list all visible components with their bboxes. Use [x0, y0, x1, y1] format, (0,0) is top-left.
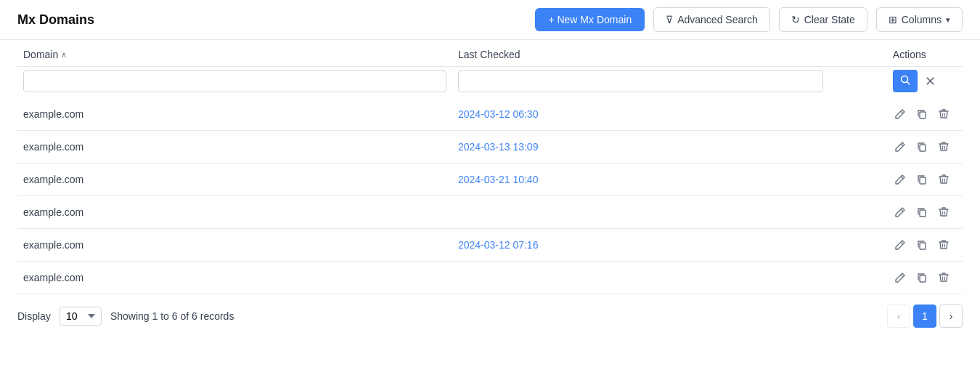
copy-button[interactable]: [915, 172, 929, 187]
delete-button[interactable]: [936, 238, 951, 252]
records-start: 1: [152, 310, 158, 322]
table-header-row: Domain ∧ Last Checked Actions: [17, 40, 963, 67]
delete-button[interactable]: [936, 172, 951, 187]
table-row: example.com2024-03-21 10:40: [17, 164, 963, 196]
page-title: Mx Domains: [17, 12, 526, 28]
svg-rect-3: [920, 112, 926, 118]
domain-filter-cell: [17, 67, 452, 99]
svg-line-6: [901, 144, 903, 146]
pagination: ‹ 1 ›: [887, 305, 963, 328]
domain-cell: example.com: [17, 229, 452, 262]
refresh-icon: ↻: [791, 14, 800, 25]
last-checked-cell: [452, 196, 887, 229]
table-row: example.com2024-03-12 07:16: [17, 229, 963, 262]
filter-icon: ⊽: [666, 14, 673, 25]
svg-line-2: [901, 111, 903, 113]
table-row: example.com: [17, 262, 963, 294]
actions-cell: [887, 131, 963, 164]
timestamp-link[interactable]: 2024-03-12 07:16: [458, 239, 539, 251]
actions-cell: [887, 262, 963, 294]
timestamp-link[interactable]: 2024-03-13 13:09: [458, 141, 539, 153]
table-row: example.com: [17, 196, 963, 229]
edit-button[interactable]: [893, 238, 907, 252]
svg-line-22: [901, 275, 903, 277]
domain-cell: example.com: [17, 98, 452, 131]
edit-button[interactable]: [893, 107, 907, 121]
svg-line-10: [901, 177, 903, 179]
actions-cell: [887, 98, 963, 131]
actions-cell: [887, 164, 963, 196]
next-page-button[interactable]: ›: [939, 305, 963, 328]
edit-button[interactable]: [893, 140, 907, 154]
copy-button[interactable]: [915, 107, 929, 121]
delete-button[interactable]: [936, 205, 951, 219]
column-header-last-checked[interactable]: Last Checked: [452, 40, 887, 67]
domain-filter-input[interactable]: [23, 70, 446, 92]
prev-page-button[interactable]: ‹: [887, 305, 910, 328]
svg-line-18: [901, 242, 903, 244]
table-filter-row: ✕: [17, 67, 963, 99]
delete-button[interactable]: [936, 270, 951, 285]
records-total: 6: [192, 310, 197, 322]
domain-cell: example.com: [17, 164, 452, 196]
last-checked-cell: [452, 262, 887, 294]
display-label: Display: [17, 310, 51, 322]
svg-rect-23: [920, 275, 926, 282]
grid-icon: ⊞: [889, 14, 897, 25]
svg-rect-15: [920, 210, 926, 217]
records-end: 6: [172, 310, 178, 322]
actions-cell: [887, 196, 963, 229]
page-size-select[interactable]: 10 25 50 100: [60, 307, 102, 326]
last-checked-cell: 2024-03-12 07:16: [452, 229, 887, 262]
clear-state-button[interactable]: ↻ Clear State: [779, 7, 867, 32]
domain-cell: example.com: [17, 262, 452, 294]
timestamp-link[interactable]: 2024-03-21 10:40: [458, 174, 539, 185]
table-container: Domain ∧ Last Checked Actions: [0, 40, 980, 294]
advanced-search-button[interactable]: ⊽ Advanced Search: [653, 7, 770, 32]
last-checked-filter-input[interactable]: [458, 70, 823, 92]
last-checked-cell: 2024-03-12 06:30: [452, 98, 887, 131]
copy-button[interactable]: [915, 205, 929, 219]
edit-button[interactable]: [893, 205, 907, 219]
new-domain-button[interactable]: + New Mx Domain: [535, 8, 645, 31]
svg-rect-11: [920, 177, 926, 184]
domain-cell: example.com: [17, 131, 452, 164]
last-checked-cell: 2024-03-13 13:09: [452, 131, 887, 164]
column-header-actions: Actions: [887, 40, 963, 67]
search-icon: [900, 75, 910, 87]
last-checked-filter-cell: [452, 67, 887, 99]
edit-button[interactable]: [893, 172, 907, 187]
columns-button[interactable]: ⊞ Columns ▾: [876, 7, 963, 32]
timestamp-link[interactable]: 2024-03-12 06:30: [458, 108, 539, 120]
svg-line-14: [901, 209, 903, 211]
domain-cell: example.com: [17, 196, 452, 229]
column-header-domain[interactable]: Domain ∧: [17, 40, 452, 67]
mx-domains-table: Domain ∧ Last Checked Actions: [17, 40, 963, 294]
svg-line-1: [907, 82, 910, 85]
copy-button[interactable]: [915, 140, 929, 154]
filter-search-button[interactable]: [893, 70, 918, 92]
table-row: example.com2024-03-12 06:30: [17, 98, 963, 131]
delete-button[interactable]: [936, 140, 951, 154]
copy-button[interactable]: [915, 270, 929, 285]
filter-action-cell: ✕: [887, 67, 963, 99]
table-row: example.com2024-03-13 13:09: [17, 131, 963, 164]
records-info: Showing 1 to 6 of 6 records: [110, 310, 234, 322]
svg-rect-7: [920, 145, 926, 151]
svg-rect-19: [920, 243, 926, 249]
copy-button[interactable]: [915, 238, 929, 252]
filter-clear-button[interactable]: ✕: [922, 70, 939, 92]
actions-cell: [887, 229, 963, 262]
table-footer: Display 10 25 50 100 Showing 1 to 6 of 6…: [0, 294, 980, 338]
page-header: Mx Domains + New Mx Domain ⊽ Advanced Se…: [0, 0, 980, 40]
delete-button[interactable]: [936, 107, 951, 121]
last-checked-cell: 2024-03-21 10:40: [452, 164, 887, 196]
edit-button[interactable]: [893, 270, 907, 285]
table-body: example.com2024-03-12 06:30: [17, 98, 963, 294]
close-icon: ✕: [925, 73, 936, 89]
page-1-button[interactable]: 1: [913, 305, 936, 328]
chevron-down-icon: ▾: [946, 15, 950, 25]
sort-icon: ∧: [61, 50, 67, 60]
